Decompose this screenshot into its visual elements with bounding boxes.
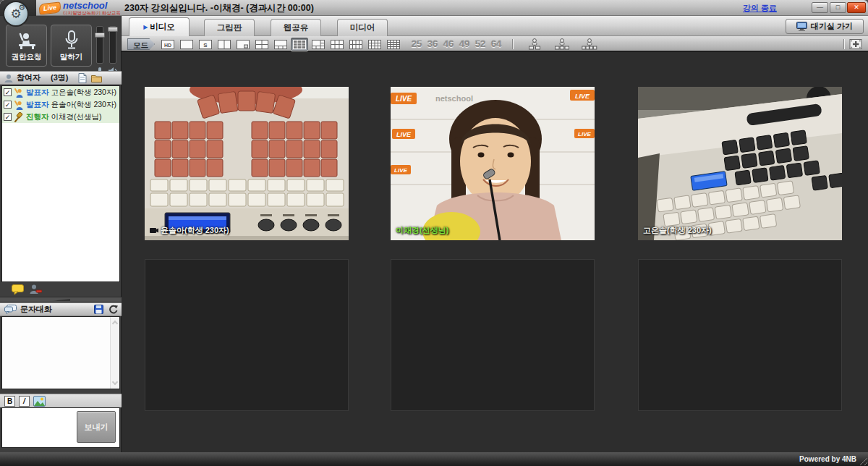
view-count-64-button[interactable]: 64	[489, 38, 503, 49]
view-count-46-button[interactable]: 46	[441, 38, 456, 49]
splitter-grip	[51, 299, 70, 301]
video-label: 이채경(선생님)	[396, 225, 448, 236]
fullscreen-button[interactable]	[848, 38, 864, 51]
svg-text:LIVE: LIVE	[578, 131, 591, 137]
title-bar: Live netschool 디지털영상녹화기 화상교육 230자 강의실입니다…	[0, 0, 868, 16]
folder-icon[interactable]	[91, 74, 102, 82]
kick-user-icon[interactable]	[29, 284, 42, 295]
participant-checkbox[interactable]: ✓	[4, 101, 12, 109]
layout-bottom-strip-button[interactable]	[272, 38, 289, 51]
participant-row[interactable]: ✓ 진행자 이채경(선생님)	[2, 111, 119, 123]
layout-2split-button[interactable]	[216, 38, 233, 51]
settings-gear-button[interactable]: ⚙ ⚙	[3, 1, 29, 27]
toolbar-separator-right	[843, 39, 844, 49]
layout-pip-button[interactable]	[234, 38, 252, 51]
layout-12grid-button[interactable]	[366, 38, 383, 51]
video-slot-empty	[391, 259, 595, 411]
mic-volume-handle[interactable]	[95, 33, 105, 38]
video-tile-3[interactable]: 고은솔(학생 230자)	[638, 87, 842, 240]
video-label: 윤솔아(학생 230자)	[150, 225, 229, 236]
class-layout-3-button[interactable]	[553, 38, 571, 51]
end-class-link[interactable]: 강의 종료	[743, 3, 777, 14]
presenter-icon	[14, 88, 24, 98]
raise-hand-icon	[16, 31, 38, 50]
video-slot-empty	[145, 259, 349, 411]
speech-bubbles-icon	[4, 305, 17, 314]
live-logo-icon: Live	[38, 1, 61, 14]
netschool-logo: Live netschool 디지털영상녹화기 화상교육	[39, 0, 124, 16]
participants-count: (3명)	[51, 72, 68, 83]
refresh-chat-icon[interactable]	[109, 305, 118, 314]
svg-text:HD: HD	[164, 42, 171, 47]
send-button[interactable]: 보내기	[77, 411, 116, 443]
app-window: Live netschool 디지털영상녹화기 화상교육 230자 강의실입니다…	[0, 0, 868, 466]
bold-button[interactable]: B	[4, 396, 15, 407]
layout-4grid-button[interactable]	[253, 38, 271, 51]
italic-button[interactable]: /	[19, 396, 30, 407]
chat-scrollbar[interactable]	[110, 317, 119, 389]
resize-grip[interactable]	[858, 456, 867, 465]
layout-speaker-button[interactable]: S	[197, 38, 214, 51]
participant-row[interactable]: ✓ 발표자 윤솔아(학생 230자)	[2, 98, 119, 111]
layout-9grid-button-active[interactable]	[291, 38, 308, 51]
layout-16grid-button[interactable]	[385, 38, 402, 51]
maximize-button[interactable]: □	[830, 2, 846, 13]
video-grid-area: 윤솔아(학생 230자) LIVE LIVE LIVE LIVE LIVE	[122, 52, 868, 452]
tab-video[interactable]: ▶비디오	[129, 17, 190, 36]
video-tile-1[interactable]: 윤솔아(학생 230자)	[145, 87, 349, 240]
chat-bubble-icon[interactable]	[12, 284, 24, 295]
participants-header: 참여자 (3명)	[0, 71, 122, 85]
close-button[interactable]: ✕	[847, 2, 866, 13]
panel-splitter[interactable]	[0, 297, 122, 302]
participant-row[interactable]: ✓ 발표자 고은솔(학생 230자)	[2, 86, 119, 98]
monitor-icon	[796, 22, 807, 31]
document-icon[interactable]	[78, 73, 87, 83]
video-label: 고은솔(학생 230자)	[643, 225, 712, 236]
sidebar: 권한요청 말하기 참여자 (3명)	[0, 16, 122, 452]
camera-icon	[150, 227, 158, 234]
video-frame-keyboard-angled	[638, 87, 842, 240]
speaker-volume-slider[interactable]	[109, 26, 116, 64]
view-count-25-button[interactable]: 25	[409, 38, 424, 49]
view-count-36-button[interactable]: 36	[425, 38, 440, 49]
mic-volume-slider[interactable]	[96, 26, 103, 64]
participant-checkbox[interactable]: ✓	[4, 113, 12, 121]
speaker-volume-handle[interactable]	[108, 27, 118, 32]
active-tab-arrow-icon: ▶	[143, 24, 148, 30]
layout-6grid-button[interactable]	[328, 38, 346, 51]
video-toolbar: 모드 HD S 25 36 46 49 52	[122, 36, 868, 52]
talk-button[interactable]: 말하기	[51, 25, 92, 67]
moderator-gavel-icon	[14, 112, 24, 122]
brand-name: netschool	[63, 1, 121, 10]
brand-tagline: 디지털영상녹화기 화상교육	[63, 11, 121, 16]
toolbar-separator	[512, 39, 513, 49]
video-tile-2[interactable]: LIVE LIVE LIVE LIVE LIVE netschool	[391, 87, 595, 240]
participant-checkbox[interactable]: ✓	[4, 88, 12, 96]
minimize-button[interactable]: —	[812, 2, 828, 13]
svg-text:LIVE: LIVE	[396, 95, 412, 103]
video-frame-teacher: LIVE LIVE LIVE LIVE LIVE netschool	[391, 87, 595, 240]
participants-icon	[4, 74, 13, 82]
tab-media[interactable]: 미디어	[337, 19, 388, 36]
layout-main-grid-button[interactable]	[310, 38, 327, 51]
scroll-down-icon[interactable]	[112, 379, 118, 385]
svg-text:LIVE: LIVE	[396, 131, 412, 138]
room-title: 230자 강의실입니다. -이채경- (경과시간 00:00)	[124, 0, 314, 16]
class-layout-4-button[interactable]	[580, 38, 599, 51]
chat-message-area[interactable]	[1, 316, 120, 389]
view-count-52-button[interactable]: 52	[473, 38, 488, 49]
layout-single-button[interactable]	[178, 38, 195, 51]
request-permission-button[interactable]: 권한요청	[6, 25, 47, 67]
layout-8grid-button[interactable]	[347, 38, 365, 51]
tab-bar: ▶비디오 그림판 웹공유 미디어 대기실 가기	[122, 16, 868, 36]
scroll-up-icon[interactable]	[112, 321, 118, 326]
waiting-room-button[interactable]: 대기실 가기	[786, 19, 864, 34]
layout-hd-button[interactable]: HD	[159, 38, 176, 51]
status-bar: Powered by 4NB	[0, 452, 868, 466]
tab-whiteboard[interactable]: 그림판	[204, 19, 255, 36]
emoticon-image-button[interactable]	[33, 396, 46, 407]
tab-webshare[interactable]: 웹공유	[271, 19, 321, 36]
class-layout-2-button[interactable]	[525, 38, 544, 51]
view-count-49-button[interactable]: 49	[457, 38, 472, 49]
save-chat-icon[interactable]	[94, 305, 103, 314]
